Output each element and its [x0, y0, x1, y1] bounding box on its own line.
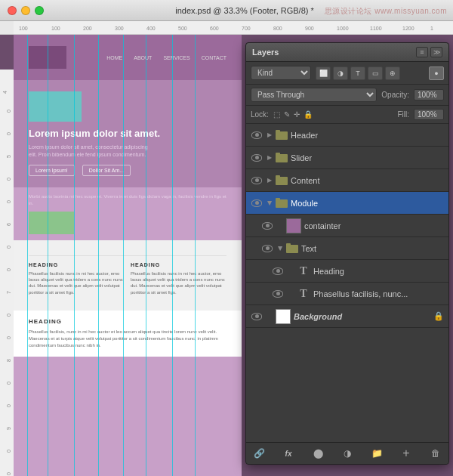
- visibility-content[interactable]: [251, 175, 263, 186]
- layer-name-header: Header: [291, 131, 444, 140]
- svg-text:200: 200: [83, 26, 92, 31]
- svg-text:1: 1: [430, 26, 433, 31]
- panel-toolbar: 🔗 fx ⬤ ◑ 📁 + 🗑: [246, 442, 448, 464]
- filter-smart-icon[interactable]: ⊕: [385, 66, 400, 80]
- lock-image-icon[interactable]: ✎: [284, 110, 290, 119]
- layer-effects-btn[interactable]: fx: [280, 447, 297, 460]
- blend-mode-select[interactable]: Pass Through Normal Multiply Screen: [251, 88, 377, 102]
- folder-icon-text: [286, 243, 298, 253]
- nav-item: ABOUT: [134, 55, 152, 60]
- visibility-background[interactable]: [251, 311, 263, 322]
- svg-text:8: 8: [6, 359, 11, 362]
- expand-slider[interactable]: ▶: [265, 153, 274, 162]
- canvas-area: 4 0 0 5 0 0 6 0 0 7 0 0 8 0 0 9 0 0: [0, 35, 453, 476]
- layer-item-text[interactable]: ▶ Text: [246, 237, 448, 260]
- guide-line: [195, 35, 196, 476]
- layer-name-slider: Slider: [291, 153, 444, 162]
- lock-label: Lock:: [251, 110, 269, 119]
- svg-text:0: 0: [6, 450, 11, 453]
- filter-pixel-icon[interactable]: ⬜: [316, 66, 331, 80]
- new-layer-btn[interactable]: +: [398, 447, 414, 460]
- expand-arrow: ▶: [267, 154, 272, 161]
- lock-position-icon[interactable]: ✛: [294, 110, 300, 119]
- layer-item-heading[interactable]: T Heading: [246, 260, 448, 283]
- adjustment-btn[interactable]: ◑: [339, 447, 356, 460]
- layer-thumb-background: [276, 309, 291, 324]
- expand-module[interactable]: ▶: [265, 199, 274, 208]
- guide-line: [172, 35, 173, 476]
- expand-arrow-open: ▶: [277, 246, 284, 251]
- bottom-heading: HEADING: [29, 318, 226, 325]
- add-mask-btn[interactable]: ⬤: [310, 447, 326, 460]
- eye-icon: [273, 267, 283, 275]
- layers-panel: Layers ≡ ≫ Kind Name Effect ⬜ ◑ T ▭ ⊕ ●: [245, 42, 449, 465]
- svg-text:9: 9: [6, 427, 11, 430]
- expand-containter[interactable]: [276, 221, 285, 230]
- layer-item-content[interactable]: ▶ Content: [246, 169, 448, 192]
- expand-arrow: ▶: [267, 131, 272, 138]
- panel-controls: ≡ ≫: [416, 47, 442, 57]
- layer-item-background[interactable]: Background 🔒: [246, 305, 448, 328]
- visibility-slider[interactable]: [251, 153, 263, 163]
- layer-thumb-containter: [286, 218, 301, 233]
- visibility-text[interactable]: [261, 243, 273, 254]
- module-columns: HEADING Phasellus facilisis nunc in mi h…: [29, 255, 226, 302]
- minimize-button[interactable]: [21, 6, 30, 15]
- panel-title: Layers: [252, 48, 279, 57]
- lock-all-icon[interactable]: 🔒: [304, 110, 313, 119]
- filter-shape-icon[interactable]: ▭: [368, 66, 383, 80]
- svg-text:900: 900: [305, 26, 314, 31]
- blend-row: Pass Through Normal Multiply Screen Opac…: [246, 85, 448, 106]
- link-layers-btn[interactable]: 🔗: [251, 447, 267, 460]
- filter-icons: ⬜ ◑ T ▭ ⊕: [316, 66, 400, 80]
- filter-toggle[interactable]: ●: [429, 66, 444, 80]
- visibility-phasellus[interactable]: [272, 289, 284, 299]
- expand-content[interactable]: ▶: [265, 176, 274, 185]
- panel-collapse-btn[interactable]: ≡: [416, 47, 428, 57]
- green-box: [29, 212, 74, 234]
- nav-item: HOME: [106, 55, 122, 60]
- fullscreen-button[interactable]: [35, 6, 44, 15]
- lock-transparent-icon[interactable]: ⬚: [273, 110, 280, 119]
- eye-icon: [251, 154, 262, 162]
- expand-background[interactable]: [265, 312, 274, 321]
- delete-layer-btn[interactable]: 🗑: [427, 447, 444, 460]
- svg-text:0: 0: [6, 404, 11, 407]
- filter-type-icon[interactable]: T: [350, 66, 365, 80]
- svg-text:1000: 1000: [337, 26, 349, 31]
- svg-text:7: 7: [6, 291, 11, 294]
- filter-select[interactable]: Kind Name Effect: [251, 66, 311, 80]
- visibility-heading[interactable]: [272, 266, 284, 277]
- svg-text:800: 800: [273, 26, 282, 31]
- expand-phasellus[interactable]: [286, 289, 295, 298]
- hero-btn1: Lorem Ipsum!: [29, 165, 75, 176]
- layer-name-module: Module: [291, 199, 444, 208]
- layer-name-text: Text: [301, 244, 444, 253]
- opacity-value[interactable]: 100%: [414, 89, 444, 100]
- eye-icon: [251, 131, 262, 139]
- layer-name-content: Content: [291, 176, 444, 185]
- panel-titlebar: Layers ≡ ≫: [246, 43, 448, 62]
- nav-item: SERVICES: [163, 55, 190, 60]
- layer-item-slider[interactable]: ▶ Slider: [246, 147, 448, 169]
- filter-adjust-icon[interactable]: ◑: [333, 66, 348, 80]
- visibility-module[interactable]: [251, 198, 263, 209]
- layer-item-module[interactable]: ▶ Module: [246, 192, 448, 215]
- panel-expand-btn[interactable]: ≫: [430, 47, 442, 57]
- fill-value[interactable]: 100%: [414, 109, 444, 120]
- layer-item-header[interactable]: ▶ Header: [246, 124, 448, 147]
- expand-text[interactable]: ▶: [276, 244, 285, 253]
- visibility-header[interactable]: [251, 130, 263, 141]
- expand-header[interactable]: ▶: [265, 131, 274, 140]
- svg-rect-16: [0, 70, 14, 476]
- close-button[interactable]: [8, 6, 17, 15]
- layer-item-phasellus[interactable]: T Phasellus facilisis, nunc...: [246, 283, 448, 305]
- expand-heading[interactable]: [286, 267, 295, 276]
- guide-line: [146, 35, 146, 476]
- visibility-containter[interactable]: [261, 221, 273, 231]
- group-layers-btn[interactable]: 📁: [368, 447, 385, 460]
- layer-item-containter[interactable]: containter: [246, 215, 448, 237]
- background-lock-icon: 🔒: [433, 311, 444, 321]
- guide-line: [98, 35, 99, 476]
- heading-1: HEADING: [29, 262, 125, 267]
